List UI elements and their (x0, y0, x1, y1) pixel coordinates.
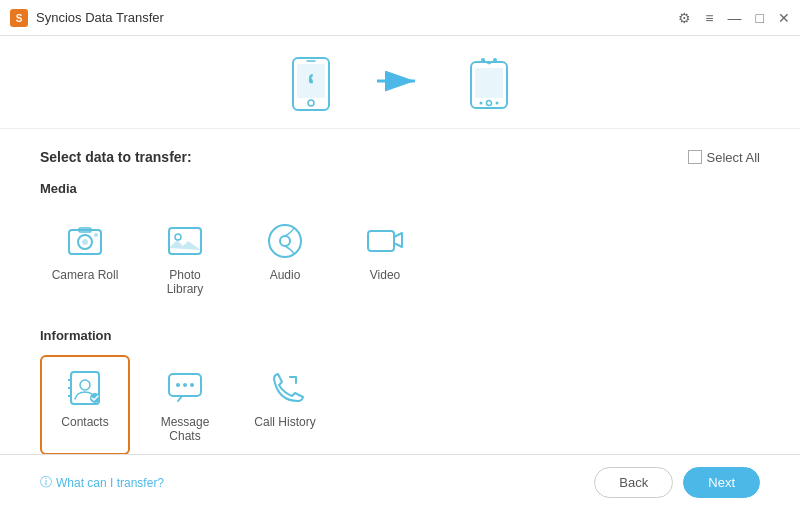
video-icon (364, 220, 406, 262)
back-button[interactable]: Back (594, 467, 673, 498)
android-device-icon (465, 56, 513, 112)
svg-text:S: S (16, 13, 23, 24)
svg-point-24 (280, 236, 290, 246)
next-button[interactable]: Next (683, 467, 760, 498)
target-device (465, 56, 513, 112)
help-link[interactable]: ⓘ What can I transfer? (40, 474, 164, 491)
message-chats-icon (164, 367, 206, 409)
svg-point-18 (82, 239, 88, 245)
contacts-label: Contacts (61, 415, 108, 429)
main-content: Select data to transfer: Select All Medi… (0, 36, 800, 510)
media-grid: Camera Roll Photo Library Aud (40, 208, 760, 308)
contacts-icon (64, 367, 106, 409)
camera-roll-icon (64, 220, 106, 262)
footer: ⓘ What can I transfer? Back Next (0, 454, 800, 510)
close-icon[interactable]: ✕ (778, 10, 790, 26)
source-device (287, 56, 335, 112)
select-all-checkbox[interactable] (688, 150, 702, 164)
contacts-card[interactable]: Contacts (40, 355, 130, 454)
transfer-area (0, 36, 800, 129)
call-history-label: Call History (254, 415, 315, 429)
audio-icon (264, 220, 306, 262)
help-text: What can I transfer? (56, 476, 164, 490)
audio-card[interactable]: Audio (240, 208, 330, 308)
svg-point-14 (480, 102, 483, 105)
settings-icon[interactable]: ⚙ (678, 10, 691, 26)
audio-label: Audio (270, 268, 301, 282)
message-chats-card[interactable]: Message Chats (140, 355, 230, 454)
video-label: Video (370, 268, 400, 282)
camera-roll-label: Camera Roll (52, 268, 119, 282)
menu-icon[interactable]: ≡ (705, 10, 713, 26)
svg-rect-21 (169, 228, 201, 254)
ios-device-icon (287, 56, 335, 112)
svg-point-15 (496, 102, 499, 105)
svg-point-20 (94, 233, 98, 237)
svg-rect-25 (368, 231, 394, 251)
section-header: Select data to transfer: Select All (40, 149, 760, 165)
svg-point-35 (190, 383, 194, 387)
photo-library-label: Photo Library (150, 268, 220, 296)
maximize-icon[interactable]: □ (756, 10, 764, 26)
information-category-label: Information (40, 328, 760, 343)
svg-point-23 (269, 225, 301, 257)
title-bar: S Syncios Data Transfer ⚙ ≡ — □ ✕ (0, 0, 800, 36)
video-card[interactable]: Video (340, 208, 430, 308)
information-grid: Contacts Message Chats (40, 355, 760, 454)
message-chats-label: Message Chats (150, 415, 220, 443)
app-title: Syncios Data Transfer (36, 10, 678, 25)
camera-roll-card[interactable]: Camera Roll (40, 208, 130, 308)
svg-rect-8 (475, 68, 503, 98)
select-all-button[interactable]: Select All (688, 150, 760, 165)
svg-point-34 (183, 383, 187, 387)
window-controls: ⚙ ≡ — □ ✕ (678, 10, 790, 26)
svg-point-33 (176, 383, 180, 387)
svg-point-22 (175, 234, 181, 240)
photo-library-icon (164, 220, 206, 262)
footer-buttons: Back Next (594, 467, 760, 498)
media-category-label: Media (40, 181, 760, 196)
content-area: Select data to transfer: Select All Medi… (0, 129, 800, 454)
minimize-icon[interactable]: — (728, 10, 742, 26)
svg-point-13 (487, 101, 492, 106)
svg-point-27 (80, 380, 90, 390)
help-icon: ⓘ (40, 474, 52, 491)
photo-library-card[interactable]: Photo Library (140, 208, 230, 308)
select-all-label: Select All (707, 150, 760, 165)
select-data-label: Select data to transfer: (40, 149, 192, 165)
transfer-arrow (375, 66, 425, 103)
svg-point-4 (308, 100, 314, 106)
call-history-card[interactable]: Call History (240, 355, 330, 454)
app-logo: S (10, 9, 28, 27)
call-history-icon (264, 367, 306, 409)
